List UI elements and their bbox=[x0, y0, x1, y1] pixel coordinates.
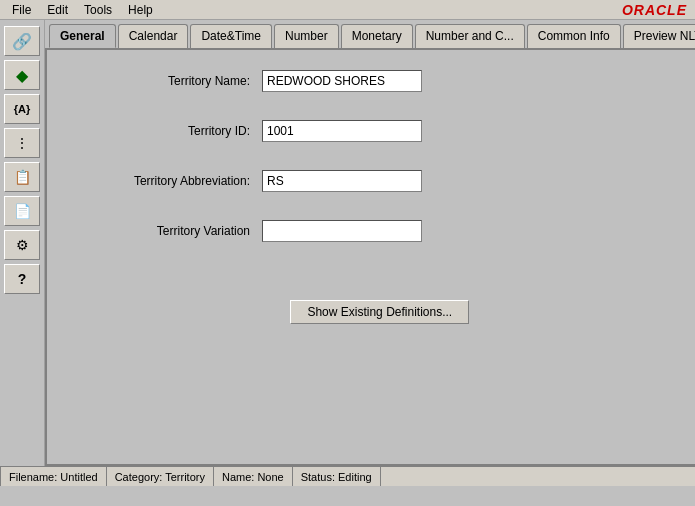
sidebar-btn-variable[interactable]: {A} bbox=[4, 94, 40, 124]
sidebar-btn-select[interactable]: ◆ bbox=[4, 60, 40, 90]
statusbar-status: Status: Editing bbox=[293, 467, 381, 486]
link-icon: 🔗 bbox=[12, 32, 32, 51]
variable-icon: {A} bbox=[14, 103, 31, 115]
territory-variation-input[interactable] bbox=[262, 220, 422, 242]
btn-row: Show Existing Definitions... bbox=[87, 280, 673, 324]
menu-tools[interactable]: Tools bbox=[76, 1, 120, 19]
sidebar-btn-document[interactable]: 📄 bbox=[4, 196, 40, 226]
sidebar-btn-link[interactable]: 🔗 bbox=[4, 26, 40, 56]
tabs-container: General Calendar Date&Time Number Moneta… bbox=[45, 20, 695, 48]
tab-previewnlt[interactable]: Preview NLT bbox=[623, 24, 695, 48]
territory-name-row: Territory Name: bbox=[87, 70, 673, 92]
tab-datetime[interactable]: Date&Time bbox=[190, 24, 272, 48]
territory-abbr-row: Territory Abbreviation: bbox=[87, 170, 673, 192]
territory-name-input[interactable] bbox=[262, 70, 422, 92]
clipboard-icon: 📋 bbox=[14, 169, 31, 185]
tab-calendar[interactable]: Calendar bbox=[118, 24, 189, 48]
menubar: File Edit Tools Help ORACLE bbox=[0, 0, 695, 20]
statusbar-category: Category: Territory bbox=[107, 467, 214, 486]
territory-id-input[interactable] bbox=[262, 120, 422, 142]
menu-help[interactable]: Help bbox=[120, 1, 161, 19]
main-container: 🔗 ◆ {A} ⋮ 📋 📄 ⚙ ? General Calendar Date&… bbox=[0, 20, 695, 466]
sidebar-btn-settings[interactable]: ⚙ bbox=[4, 230, 40, 260]
menu-file[interactable]: File bbox=[4, 1, 39, 19]
settings-icon: ⚙ bbox=[16, 237, 29, 253]
sidebar-btn-help[interactable]: ? bbox=[4, 264, 40, 294]
statusbar-name: Name: None bbox=[214, 467, 293, 486]
show-existing-button[interactable]: Show Existing Definitions... bbox=[290, 300, 469, 324]
help-icon: ? bbox=[18, 271, 27, 287]
document-icon: 📄 bbox=[14, 203, 31, 219]
statusbar-filename: Filename: Untitled bbox=[0, 467, 107, 486]
menu-edit[interactable]: Edit bbox=[39, 1, 76, 19]
territory-abbr-input[interactable] bbox=[262, 170, 422, 192]
list-icon: ⋮ bbox=[15, 135, 29, 151]
oracle-logo: ORACLE bbox=[622, 2, 687, 18]
tab-monetary[interactable]: Monetary bbox=[341, 24, 413, 48]
tab-general[interactable]: General bbox=[49, 24, 116, 48]
tab-commoninfo[interactable]: Common Info bbox=[527, 24, 621, 48]
territory-name-label: Territory Name: bbox=[87, 74, 262, 88]
content-area: General Calendar Date&Time Number Moneta… bbox=[45, 20, 695, 466]
tab-number[interactable]: Number bbox=[274, 24, 339, 48]
territory-variation-row: Territory Variation bbox=[87, 220, 673, 242]
territory-abbr-label: Territory Abbreviation: bbox=[87, 174, 262, 188]
tab-content-general: Territory Name: Territory ID: Territory … bbox=[45, 48, 695, 466]
select-icon: ◆ bbox=[16, 66, 28, 85]
tab-numberc[interactable]: Number and C... bbox=[415, 24, 525, 48]
sidebar-btn-clipboard[interactable]: 📋 bbox=[4, 162, 40, 192]
territory-variation-label: Territory Variation bbox=[87, 224, 262, 238]
territory-id-label: Territory ID: bbox=[87, 124, 262, 138]
statusbar: Filename: Untitled Category: Territory N… bbox=[0, 466, 695, 486]
sidebar: 🔗 ◆ {A} ⋮ 📋 📄 ⚙ ? bbox=[0, 20, 45, 466]
sidebar-btn-list[interactable]: ⋮ bbox=[4, 128, 40, 158]
territory-id-row: Territory ID: bbox=[87, 120, 673, 142]
